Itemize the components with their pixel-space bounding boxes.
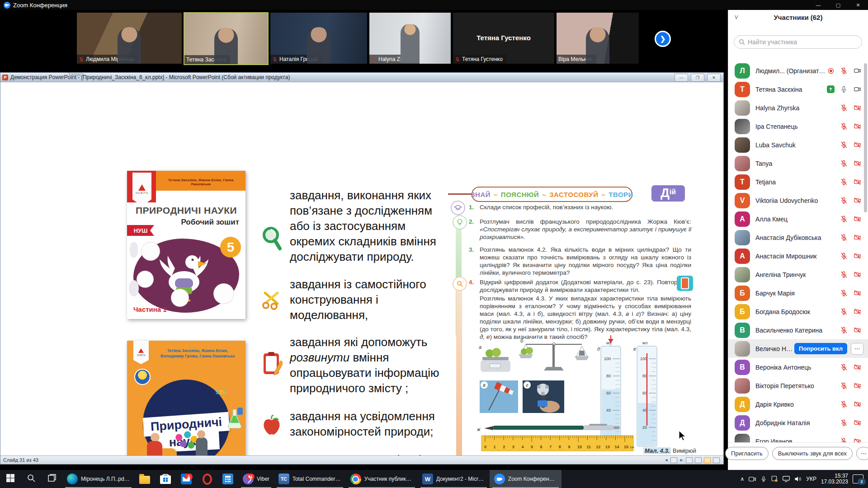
- search-input[interactable]: Найти участника: [734, 35, 862, 49]
- video-tile[interactable]: Тетяна Засєкіна: [184, 12, 269, 65]
- participant-row[interactable]: Ангеліна Тринчук: [728, 265, 868, 284]
- zoom-app-icon: [4, 2, 10, 9]
- workbook-cover-grade5: Тетяна Засєкіна, Жанна Білик, Ганна Лаше…: [127, 171, 245, 319]
- video-tile-name-label: Тетяна Засєкіна: [184, 55, 230, 64]
- video-tile-name-label: Halyna Zhyrska: [369, 55, 420, 64]
- svg-text:8: 8: [559, 445, 561, 449]
- taskbar-store-button[interactable]: [155, 470, 176, 488]
- video-tile[interactable]: Наталія Грицай: [270, 12, 368, 64]
- svg-text:1: 1: [494, 445, 496, 449]
- taskbar-viber-button[interactable]: 11Viber: [238, 470, 274, 488]
- invite-button[interactable]: Пригласить: [725, 447, 769, 460]
- tray-chevron-icon[interactable]: ∧: [741, 476, 745, 482]
- tray-app-icon[interactable]: [771, 476, 778, 482]
- camera-off-icon: [853, 104, 862, 112]
- participant-row[interactable]: ДДарія Кривко: [728, 395, 868, 413]
- participant-row[interactable]: Іра Степанець: [728, 117, 868, 136]
- mute-all-button[interactable]: Выключить звук для всех: [772, 447, 853, 460]
- participant-row[interactable]: ВВасильченко Катерина: [728, 321, 868, 339]
- sorter-view-icon[interactable]: [695, 457, 702, 463]
- opera-icon: [202, 474, 212, 484]
- participant-row[interactable]: ВВероніка Антонець: [728, 358, 868, 376]
- next-slide-icon[interactable]: ►: [679, 458, 684, 462]
- participant-name: Tetjana: [755, 178, 840, 186]
- svg-text:100: 100: [640, 357, 647, 361]
- participant-name: Наталія Грицай: [279, 56, 318, 62]
- taskbar-chrome-button[interactable]: Участник публика...: [346, 470, 418, 488]
- slide-bullet-text: завдання, виконання яких пов’язане з дос…: [290, 188, 446, 264]
- outline-view-icon[interactable]: [670, 457, 677, 463]
- taskbar-tc-button[interactable]: TCTotal Commander ...: [274, 470, 346, 488]
- ppt-restore-button[interactable]: ❐: [691, 74, 704, 82]
- magnifier-icon: [259, 225, 284, 251]
- participant-row[interactable]: ДДобриднік Наталія: [728, 413, 868, 432]
- taskbar-app-label: Міронець Л.П..pdf...: [81, 476, 130, 482]
- minimize-button[interactable]: —: [808, 0, 828, 10]
- ppt-minimize-button[interactable]: —: [675, 74, 688, 82]
- ask-unmute-button[interactable]: Попросить вкл: [794, 343, 847, 354]
- powerpoint-titlebar[interactable]: P Демонстрация PowerPoint - [Природничі_…: [0, 73, 723, 82]
- mic-off-icon: [840, 178, 848, 186]
- powerpoint-window: P Демонстрация PowerPoint - [Природничі_…: [0, 72, 724, 465]
- taskbar-zoom-button[interactable]: Zoom Конференция: [490, 470, 561, 488]
- tray-camera-icon[interactable]: [749, 476, 756, 482]
- clock[interactable]: 15:3717.03.2023: [821, 473, 848, 485]
- prev-slide-icon[interactable]: ◄: [664, 458, 668, 462]
- taskbar-mail-button[interactable]: 2: [176, 470, 197, 488]
- participant-row[interactable]: ТТетяна Засєкіна: [728, 80, 868, 99]
- ppt-close-button[interactable]: ✕: [707, 74, 721, 82]
- mic-off-icon: [455, 56, 460, 62]
- mic-off-icon: [840, 104, 848, 112]
- avatar-initial: Т: [735, 82, 750, 97]
- tray-display-icon[interactable]: [783, 476, 790, 482]
- reading-view-icon[interactable]: [713, 457, 720, 463]
- video-tile[interactable]: Людмила Міронець: [76, 12, 182, 64]
- participant-row[interactable]: ББарчук Марія: [728, 284, 868, 302]
- participant-row[interactable]: Tanya: [728, 154, 868, 173]
- svg-text:11: 11: [587, 445, 591, 449]
- participant-row[interactable]: Halyna Zhyrska: [728, 99, 868, 117]
- recording-icon: [827, 67, 835, 75]
- participant-row[interactable]: Luba Savchuk: [728, 136, 868, 154]
- maximize-button[interactable]: ▢: [828, 0, 848, 10]
- tray-speaker-icon[interactable]: [794, 476, 802, 482]
- taskbar-search-button[interactable]: [21, 470, 42, 488]
- taskbar-taskview-button[interactable]: [42, 470, 62, 488]
- more-options-button[interactable]: ⋯: [851, 343, 863, 355]
- participant-row[interactable]: ББогдана Бродосюк: [728, 302, 868, 321]
- participant-row[interactable]: ААлла Кмец: [728, 210, 868, 228]
- participant-row[interactable]: Вікторія Перетятько: [728, 376, 868, 395]
- normal-view-icon[interactable]: [686, 457, 693, 463]
- svg-text:е: е: [633, 346, 636, 352]
- camera-off-icon: [853, 215, 862, 223]
- video-tile[interactable]: Віра Мельник: [556, 12, 639, 64]
- participant-row[interactable]: ЛЛюдмил... (Организатор, я): [728, 61, 868, 80]
- video-tile[interactable]: Halyna Zhyrska: [369, 12, 451, 64]
- participant-row[interactable]: Анастасія Дубіковська: [728, 228, 868, 247]
- rubric-separator: –: [542, 191, 546, 198]
- next-page-arrow-button[interactable]: ❯: [655, 31, 671, 47]
- tray-mic-icon[interactable]: [760, 476, 767, 482]
- participant-name: Дарія Кривко: [755, 401, 840, 408]
- participant-row[interactable]: Величко Нат...Попросить вкл⋯: [728, 339, 868, 358]
- notification-icon[interactable]: 2: [853, 474, 863, 483]
- avatar-initial: В: [735, 360, 750, 375]
- video-tile[interactable]: Тетяна ГустенкоТетяна Густенко: [453, 12, 555, 64]
- taskbar-calc-button[interactable]: [217, 470, 238, 488]
- participant-status-icons: [840, 419, 862, 427]
- slideshow-view-icon[interactable]: [704, 457, 711, 463]
- language-indicator[interactable]: УКР: [806, 476, 816, 482]
- scrollbar-thumb[interactable]: [864, 63, 867, 212]
- taskbar-word-button[interactable]: WДокумент2 - Micro...: [418, 470, 490, 488]
- taskbar-opera-button[interactable]: [197, 470, 217, 488]
- cover1-title: ПРИРОДНИЧІ НАУКИ: [127, 205, 245, 216]
- participant-row[interactable]: ААнастасія Мирошник: [728, 247, 868, 265]
- participant-row[interactable]: VViktoriia Udovychenko: [728, 191, 868, 210]
- close-button[interactable]: ✕: [848, 0, 868, 10]
- footer-more-button[interactable]: ⋯: [856, 447, 868, 460]
- taskbar-start-button[interactable]: [0, 470, 21, 488]
- screen-share-icon: [827, 85, 835, 93]
- taskbar-folder-button[interactable]: [134, 470, 155, 488]
- taskbar-edge-button[interactable]: Міронець Л.П..pdf...: [62, 470, 134, 488]
- participant-row[interactable]: ТTetjana: [728, 173, 868, 191]
